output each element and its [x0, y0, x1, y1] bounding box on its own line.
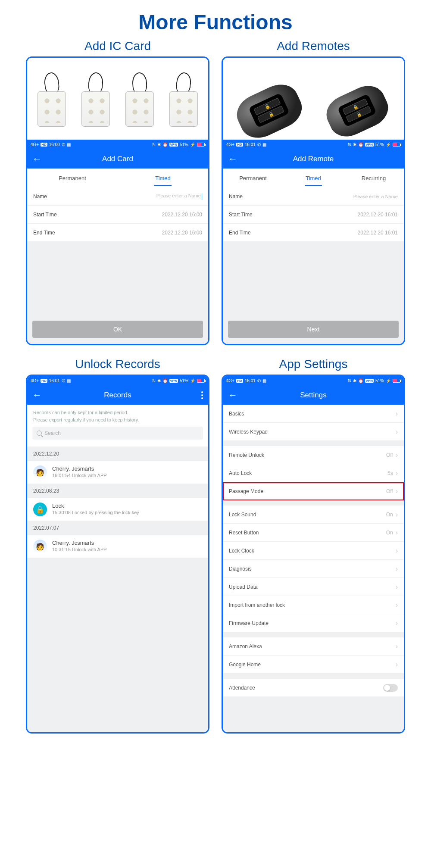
settings-row-google-home[interactable]: Google Home›: [223, 656, 404, 674]
tab-timed[interactable]: Timed: [118, 169, 208, 187]
tab-permanent[interactable]: Permanent: [27, 169, 118, 187]
tab-recurring[interactable]: Recurring: [344, 169, 404, 187]
settings-row-firmware-update[interactable]: Firmware Update›: [223, 614, 404, 632]
remote-illustration: 🔓🔒 🔓🔒: [223, 58, 404, 140]
ok-button[interactable]: OK: [32, 321, 203, 338]
settings-row-import-from-another-lock[interactable]: Import from another lock›: [223, 596, 404, 614]
next-button[interactable]: Next: [228, 321, 399, 338]
settings-row-attendance[interactable]: Attendance: [223, 679, 404, 697]
records-panel: 4G+HD16:01✆▦ ℕ✱⏰VPN51%⚡ ← Records Record…: [26, 375, 209, 734]
settings-row-wireless-keypad[interactable]: Wireless Keypad›: [223, 423, 404, 441]
user-avatar: 🧑: [33, 465, 47, 479]
settings-label: Lock Clock: [229, 548, 254, 554]
record-detail: 15:30:08 Locked by pressing the lock key: [52, 510, 139, 515]
record-name: Cherry. Jcsmarts: [52, 540, 107, 546]
settings-value: ›: [396, 565, 398, 573]
settings-row-diagnosis[interactable]: Diagnosis›: [223, 560, 404, 578]
settings-row-auto-lock[interactable]: Auto Lock5s›: [223, 464, 404, 482]
settings-gap: [223, 441, 404, 446]
end-time-field[interactable]: End Time 2022.12.20 16:00: [27, 224, 208, 242]
settings-row-basics[interactable]: Basics›: [223, 405, 404, 423]
toggle[interactable]: [383, 684, 398, 692]
settings-row-lock-clock[interactable]: Lock Clock›: [223, 542, 404, 560]
settings-value: [383, 684, 398, 692]
settings-gap: [223, 632, 404, 637]
date-header: 2022.07.07: [27, 521, 208, 535]
settings-value: ›: [396, 619, 398, 627]
settings-label: Remote Unlock: [229, 452, 264, 458]
section-title-remote: Add Remotes: [222, 39, 405, 53]
settings-value: ›: [396, 547, 398, 555]
settings-label: Upload Data: [229, 584, 258, 590]
chevron-right-icon: ›: [396, 619, 398, 627]
chevron-right-icon: ›: [396, 469, 398, 477]
settings-gap: [223, 674, 404, 679]
page-title: More Functions: [0, 0, 431, 39]
record-row[interactable]: 🧑Cherry. Jcsmarts16:01:54 Unlock with AP…: [27, 461, 208, 484]
ic-card-illustration: [27, 58, 208, 140]
app-header: ← Add Card: [27, 149, 208, 169]
end-time-field[interactable]: End Time 2022.12.20 16:01: [223, 224, 404, 242]
settings-row-upload-data[interactable]: Upload Data›: [223, 578, 404, 596]
settings-label: Wireless Keypad: [229, 429, 268, 435]
settings-value: 5s›: [387, 469, 398, 477]
settings-label: Firmware Update: [229, 620, 269, 626]
settings-value: On›: [386, 529, 398, 537]
record-row[interactable]: 🧑Cherry. Jcsmarts10:31:15 Unlock with AP…: [27, 535, 208, 558]
settings-value: ›: [396, 410, 398, 418]
status-bar: 4G+HD16:01✆▦ ℕ✱⏰VPN51%⚡: [223, 376, 404, 385]
header-title: Settings: [223, 391, 404, 400]
name-field[interactable]: Name Please enter a Name: [223, 187, 404, 206]
records-note: Records can be only kept for a limited p…: [27, 405, 208, 427]
settings-row-lock-sound[interactable]: Lock SoundOn›: [223, 506, 404, 524]
menu-icon[interactable]: [201, 391, 203, 399]
settings-value: ›: [396, 428, 398, 436]
chevron-right-icon: ›: [396, 661, 398, 668]
tab-permanent[interactable]: Permanent: [223, 169, 283, 187]
settings-label: Lock Sound: [229, 512, 256, 518]
chevron-right-icon: ›: [396, 583, 398, 591]
settings-gap: [223, 500, 404, 506]
section-title-ic: Add IC Card: [26, 39, 209, 53]
record-detail: 16:01:54 Unlock with APP: [52, 473, 107, 478]
header-title: Add Card: [27, 155, 208, 163]
chevron-right-icon: ›: [396, 410, 398, 418]
status-bar: 4G+HD16:00✆▦ ℕ✱⏰VPN51%⚡: [27, 140, 208, 149]
settings-row-remote-unlock[interactable]: Remote UnlockOff›: [223, 446, 404, 464]
back-icon[interactable]: ←: [32, 390, 42, 400]
settings-label: Reset Button: [229, 530, 259, 536]
user-avatar: 🧑: [33, 540, 47, 553]
settings-row-passage-mode[interactable]: Passage ModeOff›: [223, 482, 404, 500]
start-time-field[interactable]: Start Time 2022.12.20 16:01: [223, 206, 404, 224]
date-header: 2022.08.23: [27, 484, 208, 498]
back-icon[interactable]: ←: [228, 390, 237, 400]
chevron-right-icon: ›: [396, 428, 398, 436]
tabs: Permanent Timed Recurring: [223, 169, 404, 187]
search-icon: [37, 431, 42, 436]
chevron-right-icon: ›: [396, 487, 398, 495]
start-time-field[interactable]: Start Time 2022.12.20 16:00: [27, 206, 208, 224]
settings-label: Basics: [229, 411, 244, 417]
chevron-right-icon: ›: [396, 529, 398, 537]
lock-icon: 🔒: [33, 503, 47, 516]
settings-value: ›: [396, 643, 398, 650]
back-icon[interactable]: ←: [32, 154, 42, 164]
tabs: Permanent Timed: [27, 169, 208, 187]
chevron-right-icon: ›: [396, 511, 398, 518]
settings-row-reset-button[interactable]: Reset ButtonOn›: [223, 524, 404, 542]
settings-label: Attendance: [229, 685, 255, 691]
date-header: 2022.12.20: [27, 446, 208, 461]
settings-value: On›: [386, 511, 398, 518]
chevron-right-icon: ›: [396, 565, 398, 573]
back-icon[interactable]: ←: [228, 154, 237, 164]
settings-row-amazon-alexa[interactable]: Amazon Alexa›: [223, 637, 404, 656]
record-detail: 10:31:15 Unlock with APP: [52, 547, 107, 552]
section-title-records: Unlock Records: [26, 357, 209, 371]
app-header: ← Records: [27, 385, 208, 405]
tab-timed[interactable]: Timed: [283, 169, 344, 187]
search-input[interactable]: Search: [32, 427, 203, 440]
record-row[interactable]: 🔒Lock15:30:08 Locked by pressing the loc…: [27, 498, 208, 521]
record-name: Lock: [52, 503, 139, 509]
settings-value: Off›: [386, 487, 398, 495]
name-field[interactable]: Name Please enter a Name: [27, 187, 208, 206]
